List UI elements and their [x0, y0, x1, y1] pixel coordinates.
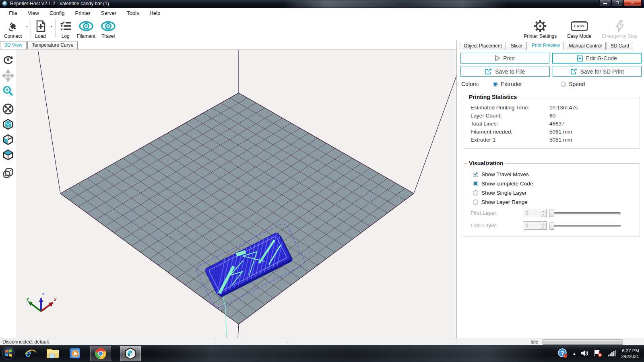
- show-single-layer-radio[interactable]: [473, 190, 478, 195]
- tab-3d-view[interactable]: 3D View: [0, 41, 27, 49]
- top-view-tool[interactable]: [1, 147, 15, 162]
- axis-indicator: y z x: [26, 291, 57, 311]
- tab-sd-card[interactable]: SD Card: [607, 42, 633, 50]
- titlebar: Repetier-Host V2.1.2 - Valentine candy b…: [0, 0, 644, 8]
- menu-printer[interactable]: Printer: [70, 9, 95, 17]
- first-layer-spinner[interactable]: 0 ▲▼: [524, 209, 547, 217]
- action-center-tray-icon[interactable]: [594, 349, 603, 358]
- main-area: 3D View Temperature Curve: [0, 40, 644, 338]
- taskbar-clock[interactable]: 6:27 PM 2/8/2021: [621, 348, 642, 359]
- last-layer-spinner[interactable]: 0 ▲▼: [524, 221, 547, 230]
- show-single-layer-label: Show Single Layer: [481, 190, 527, 196]
- show-hidden-icons[interactable]: ▲: [572, 352, 576, 356]
- restore-button[interactable]: ❐: [611, 0, 623, 6]
- menubar: File View Config Printer Server Tools He…: [0, 8, 644, 18]
- last-layer-slider[interactable]: [549, 222, 621, 230]
- tab-manual-control[interactable]: Manual Control: [565, 42, 605, 50]
- show-travel-moves-checkbox[interactable]: [473, 172, 478, 177]
- menu-view[interactable]: View: [23, 9, 44, 17]
- volume-tray-icon[interactable]: [581, 350, 589, 358]
- menu-help[interactable]: Help: [144, 9, 165, 17]
- menu-server[interactable]: Server: [96, 9, 121, 17]
- load-button[interactable]: Load: [32, 19, 49, 40]
- show-travel-moves-label: Show Travel Moves: [481, 171, 529, 177]
- tab-print-preview[interactable]: Print Preview: [528, 42, 564, 50]
- visualization-group: Visualization Show Travel Moves Show com…: [463, 160, 640, 237]
- first-layer-label: First Layer:: [471, 210, 524, 216]
- printer-state: Idle: [530, 339, 538, 345]
- file-explorer-icon[interactable]: [46, 347, 60, 360]
- speed-radio-label: Speed: [569, 81, 585, 87]
- slider-thumb[interactable]: [549, 222, 554, 230]
- log-button[interactable]: Log: [57, 19, 74, 40]
- internet-explorer-icon[interactable]: e: [24, 347, 37, 361]
- menu-tools[interactable]: Tools: [122, 9, 144, 17]
- print-progress-bar: [543, 339, 623, 345]
- stat-row: Estimated Printing Time:1h:13m:47s: [467, 103, 636, 111]
- edit-gcode-button[interactable]: Edit G-Code: [552, 53, 642, 64]
- titlebar-glass: [282, 0, 507, 8]
- media-player-icon[interactable]: [68, 347, 81, 361]
- help-tray-icon[interactable]: ? !: [558, 348, 568, 359]
- load-dropdown-icon[interactable]: ▼: [49, 19, 54, 34]
- export-sd-icon: [570, 68, 577, 74]
- app-icon: [2, 1, 8, 6]
- network-tray-icon[interactable]: [607, 350, 616, 358]
- stat-row: Extruder 15081 mm: [467, 136, 636, 144]
- extruder-radio[interactable]: [493, 82, 498, 87]
- toolbar: Connect ▼ Load ▼: [0, 18, 644, 40]
- menu-config[interactable]: Config: [45, 9, 70, 17]
- front-view-tool[interactable]: [1, 132, 15, 147]
- speed-radio[interactable]: [561, 82, 566, 87]
- workspace: 3D View Temperature Curve: [0, 40, 456, 338]
- show-complete-code-radio[interactable]: [473, 181, 478, 186]
- lightning-icon: [614, 19, 625, 33]
- spin-down-icon[interactable]: ▼: [540, 226, 546, 230]
- tab-slicer[interactable]: Slicer: [507, 42, 527, 50]
- start-button[interactable]: [2, 346, 15, 361]
- show-layer-range-label: Show Layer Range: [481, 199, 528, 205]
- save-to-file-button[interactable]: Save to File: [460, 66, 550, 77]
- spin-up-icon[interactable]: ▲: [540, 222, 546, 226]
- play-icon: [495, 55, 500, 61]
- printing-statistics-title: Printing Statistics: [467, 94, 518, 100]
- close-button[interactable]: ✕: [623, 0, 642, 6]
- connect-dropdown-icon[interactable]: ▼: [25, 19, 29, 34]
- connect-plug-icon: [6, 19, 19, 33]
- show-layer-range-radio[interactable]: [473, 200, 478, 205]
- taskbar: e: [0, 345, 644, 362]
- spin-down-icon[interactable]: ▼: [540, 213, 546, 217]
- zoom-view-tool[interactable]: [1, 83, 15, 99]
- easy-mode-icon: EASY: [571, 21, 588, 31]
- copies-tool[interactable]: [1, 165, 15, 181]
- status-center: -: [287, 339, 288, 345]
- chrome-taskbar-button[interactable]: [90, 346, 111, 361]
- connect-button[interactable]: Connect: [2, 19, 25, 40]
- tab-temperature-curve[interactable]: Temperature Curve: [27, 41, 78, 49]
- spin-up-icon[interactable]: ▲: [540, 209, 546, 213]
- move-view-tool[interactable]: [1, 68, 15, 83]
- repetier-host-taskbar-button[interactable]: [120, 346, 141, 361]
- visualization-title: Visualization: [467, 160, 505, 167]
- status-bar: Disconnected: default - Idle: [0, 338, 644, 345]
- menu-file[interactable]: File: [4, 9, 22, 17]
- isometric-view-tool[interactable]: [1, 117, 15, 132]
- fit-view-tool[interactable]: [1, 101, 15, 117]
- travel-button[interactable]: Travel: [98, 19, 119, 40]
- axis-x-label: x: [54, 297, 57, 302]
- slider-thumb[interactable]: [549, 210, 554, 217]
- colors-label: Colors:: [461, 81, 493, 87]
- filament-button[interactable]: Filament: [74, 19, 98, 40]
- minimize-button[interactable]: ▬: [599, 0, 611, 6]
- easy-mode-button[interactable]: EASY Easy Mode: [565, 19, 594, 40]
- tab-object-placement[interactable]: Object Placement: [460, 42, 506, 50]
- 3d-viewport[interactable]: y z x: [16, 49, 456, 338]
- extruder-radio-label: Extruder: [501, 81, 522, 87]
- axis-z-label: z: [42, 291, 45, 296]
- printer-settings-button[interactable]: Printer Settings: [521, 19, 559, 40]
- print-button[interactable]: Print: [460, 53, 549, 64]
- filament-eye-icon: [78, 19, 94, 33]
- rotate-view-tool[interactable]: [1, 53, 15, 68]
- first-layer-slider[interactable]: [549, 209, 621, 217]
- save-for-sd-button[interactable]: Save for SD Print: [553, 66, 642, 77]
